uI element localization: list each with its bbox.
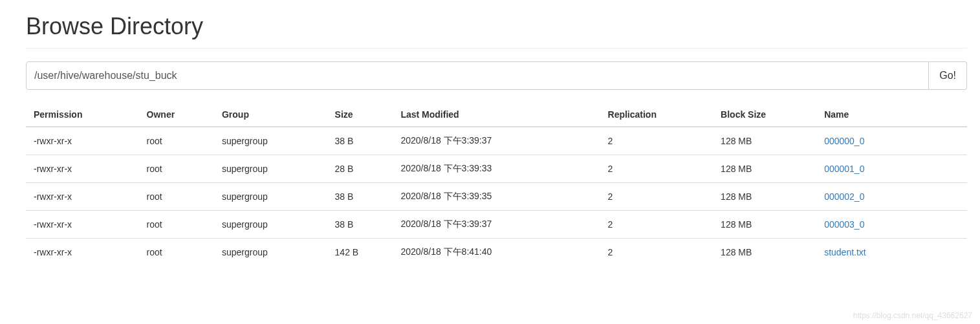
cell-permission: -rwxr-xr-x: [26, 127, 139, 155]
file-link[interactable]: 000002_0: [824, 191, 864, 202]
cell-name: student.txt: [816, 239, 967, 266]
col-replication: Replication: [600, 103, 713, 127]
file-link[interactable]: 000001_0: [824, 164, 864, 174]
col-block-size: Block Size: [713, 103, 816, 127]
cell-owner: root: [139, 211, 214, 239]
cell-group: supergroup: [214, 239, 327, 266]
header-divider: [26, 48, 967, 49]
cell-group: supergroup: [214, 211, 327, 239]
cell-block-size: 128 MB: [713, 183, 816, 211]
cell-replication: 2: [600, 211, 713, 239]
cell-replication: 2: [600, 155, 713, 183]
table-row: -rwxr-xr-xrootsupergroup28 B2020/8/18 下午…: [26, 155, 967, 183]
table-row: -rwxr-xr-xrootsupergroup38 B2020/8/18 下午…: [26, 127, 967, 155]
cell-replication: 2: [600, 239, 713, 266]
cell-permission: -rwxr-xr-x: [26, 239, 139, 266]
cell-owner: root: [139, 183, 214, 211]
cell-name: 000002_0: [816, 183, 967, 211]
cell-size: 142 B: [327, 239, 393, 266]
file-link[interactable]: 000000_0: [824, 136, 864, 146]
go-button[interactable]: Go!: [929, 61, 967, 90]
table-header-row: Permission Owner Group Size Last Modifie…: [26, 103, 967, 127]
cell-owner: root: [139, 127, 214, 155]
col-last-modified: Last Modified: [393, 103, 600, 127]
cell-last-modified: 2020/8/18 下午3:39:35: [393, 183, 600, 211]
table-row: -rwxr-xr-xrootsupergroup38 B2020/8/18 下午…: [26, 183, 967, 211]
cell-last-modified: 2020/8/18 下午8:41:40: [393, 239, 600, 266]
col-name: Name: [816, 103, 967, 127]
cell-group: supergroup: [214, 155, 327, 183]
cell-permission: -rwxr-xr-x: [26, 155, 139, 183]
cell-size: 38 B: [327, 183, 393, 211]
cell-replication: 2: [600, 127, 713, 155]
file-link[interactable]: 000003_0: [824, 219, 864, 230]
cell-name: 000003_0: [816, 211, 967, 239]
path-bar: Go!: [26, 61, 967, 90]
file-table: Permission Owner Group Size Last Modifie…: [26, 103, 967, 266]
cell-permission: -rwxr-xr-x: [26, 183, 139, 211]
page-title: Browse Directory: [26, 13, 967, 40]
cell-permission: -rwxr-xr-x: [26, 211, 139, 239]
cell-group: supergroup: [214, 183, 327, 211]
cell-block-size: 128 MB: [713, 239, 816, 266]
cell-last-modified: 2020/8/18 下午3:39:37: [393, 211, 600, 239]
cell-owner: root: [139, 155, 214, 183]
col-size: Size: [327, 103, 393, 127]
col-permission: Permission: [26, 103, 139, 127]
col-group: Group: [214, 103, 327, 127]
col-owner: Owner: [139, 103, 214, 127]
table-row: -rwxr-xr-xrootsupergroup38 B2020/8/18 下午…: [26, 211, 967, 239]
cell-block-size: 128 MB: [713, 155, 816, 183]
cell-last-modified: 2020/8/18 下午3:39:33: [393, 155, 600, 183]
cell-replication: 2: [600, 183, 713, 211]
cell-block-size: 128 MB: [713, 127, 816, 155]
cell-size: 38 B: [327, 211, 393, 239]
path-input[interactable]: [26, 61, 929, 90]
cell-name: 000000_0: [816, 127, 967, 155]
cell-size: 28 B: [327, 155, 393, 183]
cell-name: 000001_0: [816, 155, 967, 183]
cell-last-modified: 2020/8/18 下午3:39:37: [393, 127, 600, 155]
table-row: -rwxr-xr-xrootsupergroup142 B2020/8/18 下…: [26, 239, 967, 266]
cell-size: 38 B: [327, 127, 393, 155]
cell-owner: root: [139, 239, 214, 266]
file-link[interactable]: student.txt: [824, 247, 866, 257]
cell-group: supergroup: [214, 127, 327, 155]
cell-block-size: 128 MB: [713, 211, 816, 239]
